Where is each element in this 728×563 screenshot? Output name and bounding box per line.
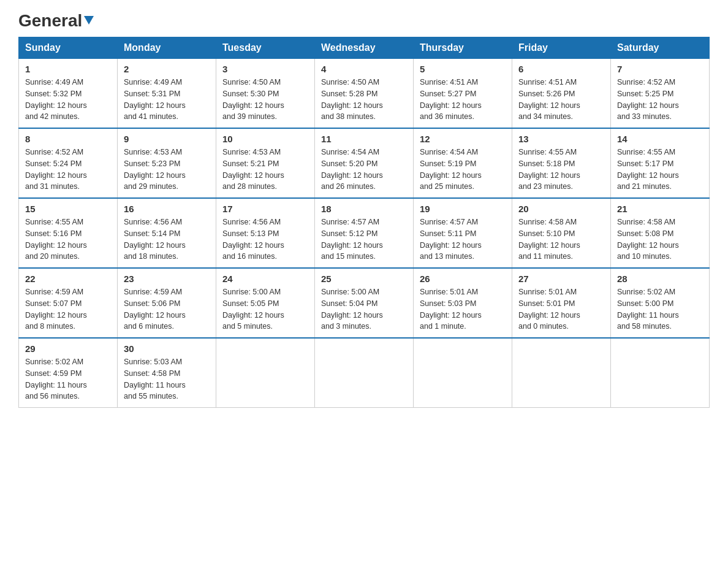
day-number: 10: [222, 134, 308, 144]
logo: General: [18, 12, 94, 31]
calendar-cell: [216, 338, 315, 408]
calendar-cell: 2Sunrise: 4:49 AMSunset: 5:31 PMDaylight…: [118, 59, 216, 129]
calendar-cell: 17Sunrise: 4:56 AMSunset: 5:13 PMDayligh…: [216, 198, 315, 268]
day-info: Sunrise: 4:55 AMSunset: 5:18 PMDaylight:…: [518, 147, 604, 193]
calendar-cell: 22Sunrise: 4:59 AMSunset: 5:07 PMDayligh…: [19, 268, 118, 338]
calendar-cell: 12Sunrise: 4:54 AMSunset: 5:19 PMDayligh…: [414, 128, 512, 198]
calendar-cell: 19Sunrise: 4:57 AMSunset: 5:11 PMDayligh…: [414, 198, 512, 268]
day-info: Sunrise: 5:02 AMSunset: 5:00 PMDaylight:…: [617, 286, 703, 332]
calendar-cell: 1Sunrise: 4:49 AMSunset: 5:32 PMDaylight…: [19, 59, 118, 129]
calendar-cell: 3Sunrise: 4:50 AMSunset: 5:30 PMDaylight…: [216, 59, 315, 129]
calendar-cell: 16Sunrise: 4:56 AMSunset: 5:14 PMDayligh…: [118, 198, 216, 268]
day-info: Sunrise: 4:58 AMSunset: 5:10 PMDaylight:…: [518, 216, 604, 262]
day-info: Sunrise: 4:56 AMSunset: 5:13 PMDaylight:…: [222, 216, 308, 262]
day-number: 20: [518, 204, 604, 214]
calendar-cell: 4Sunrise: 4:50 AMSunset: 5:28 PMDaylight…: [315, 59, 414, 129]
day-info: Sunrise: 4:54 AMSunset: 5:19 PMDaylight:…: [420, 147, 506, 193]
day-number: 25: [321, 274, 407, 284]
day-info: Sunrise: 4:58 AMSunset: 5:08 PMDaylight:…: [617, 216, 703, 262]
calendar-cell: 20Sunrise: 4:58 AMSunset: 5:10 PMDayligh…: [512, 198, 611, 268]
day-number: 16: [124, 204, 210, 214]
col-header-sunday: Sunday: [19, 37, 118, 59]
day-number: 23: [124, 274, 210, 284]
day-number: 11: [321, 134, 407, 144]
day-info: Sunrise: 5:03 AMSunset: 4:58 PMDaylight:…: [124, 356, 210, 402]
day-info: Sunrise: 5:01 AMSunset: 5:01 PMDaylight:…: [518, 286, 604, 332]
col-header-saturday: Saturday: [611, 37, 710, 59]
col-header-monday: Monday: [118, 37, 216, 59]
calendar-cell: 5Sunrise: 4:51 AMSunset: 5:27 PMDaylight…: [414, 59, 512, 129]
day-number: 6: [518, 64, 604, 74]
calendar-cell: 11Sunrise: 4:54 AMSunset: 5:20 PMDayligh…: [315, 128, 414, 198]
day-number: 4: [321, 64, 407, 74]
calendar-week-5: 29Sunrise: 5:02 AMSunset: 4:59 PMDayligh…: [19, 338, 710, 408]
day-info: Sunrise: 4:57 AMSunset: 5:12 PMDaylight:…: [321, 216, 407, 262]
day-info: Sunrise: 4:51 AMSunset: 5:27 PMDaylight:…: [420, 77, 506, 123]
day-info: Sunrise: 4:55 AMSunset: 5:17 PMDaylight:…: [617, 147, 703, 193]
calendar-cell: 13Sunrise: 4:55 AMSunset: 5:18 PMDayligh…: [512, 128, 611, 198]
day-number: 19: [420, 204, 506, 214]
calendar-cell: [414, 338, 512, 408]
day-info: Sunrise: 4:49 AMSunset: 5:32 PMDaylight:…: [25, 77, 111, 123]
calendar-cell: 10Sunrise: 4:53 AMSunset: 5:21 PMDayligh…: [216, 128, 315, 198]
day-number: 24: [222, 274, 308, 284]
calendar-week-3: 15Sunrise: 4:55 AMSunset: 5:16 PMDayligh…: [19, 198, 710, 268]
calendar-cell: [611, 338, 710, 408]
calendar-table: SundayMondayTuesdayWednesdayThursdayFrid…: [18, 37, 710, 408]
day-info: Sunrise: 4:53 AMSunset: 5:23 PMDaylight:…: [124, 147, 210, 193]
day-info: Sunrise: 4:50 AMSunset: 5:28 PMDaylight:…: [321, 77, 407, 123]
calendar-cell: 15Sunrise: 4:55 AMSunset: 5:16 PMDayligh…: [19, 198, 118, 268]
day-info: Sunrise: 4:51 AMSunset: 5:26 PMDaylight:…: [518, 77, 604, 123]
calendar-week-4: 22Sunrise: 4:59 AMSunset: 5:07 PMDayligh…: [19, 268, 710, 338]
day-info: Sunrise: 4:57 AMSunset: 5:11 PMDaylight:…: [420, 216, 506, 262]
day-info: Sunrise: 4:56 AMSunset: 5:14 PMDaylight:…: [124, 216, 210, 262]
day-info: Sunrise: 4:49 AMSunset: 5:31 PMDaylight:…: [124, 77, 210, 123]
day-info: Sunrise: 5:01 AMSunset: 5:03 PMDaylight:…: [420, 286, 506, 332]
calendar-cell: 26Sunrise: 5:01 AMSunset: 5:03 PMDayligh…: [414, 268, 512, 338]
calendar-cell: 30Sunrise: 5:03 AMSunset: 4:58 PMDayligh…: [118, 338, 216, 408]
day-number: 14: [617, 134, 703, 144]
day-number: 28: [617, 274, 703, 284]
calendar-cell: [315, 338, 414, 408]
day-info: Sunrise: 5:00 AMSunset: 5:05 PMDaylight:…: [222, 286, 308, 332]
calendar-cell: 7Sunrise: 4:52 AMSunset: 5:25 PMDaylight…: [611, 59, 710, 129]
day-number: 13: [518, 134, 604, 144]
page-header: General: [18, 12, 710, 31]
day-number: 30: [124, 343, 210, 354]
day-number: 21: [617, 204, 703, 214]
calendar-cell: 6Sunrise: 4:51 AMSunset: 5:26 PMDaylight…: [512, 59, 611, 129]
day-info: Sunrise: 5:00 AMSunset: 5:04 PMDaylight:…: [321, 286, 407, 332]
day-number: 5: [420, 64, 506, 74]
day-number: 26: [420, 274, 506, 284]
day-number: 2: [124, 64, 210, 74]
col-header-wednesday: Wednesday: [315, 37, 414, 59]
calendar-cell: 21Sunrise: 4:58 AMSunset: 5:08 PMDayligh…: [611, 198, 710, 268]
day-number: 1: [25, 64, 111, 74]
day-number: 8: [25, 134, 111, 144]
day-number: 17: [222, 204, 308, 214]
logo-line1: General: [18, 12, 94, 29]
header-row: SundayMondayTuesdayWednesdayThursdayFrid…: [19, 37, 710, 59]
day-number: 27: [518, 274, 604, 284]
day-number: 3: [222, 64, 308, 74]
calendar-week-1: 1Sunrise: 4:49 AMSunset: 5:32 PMDaylight…: [19, 59, 710, 129]
day-number: 18: [321, 204, 407, 214]
day-info: Sunrise: 4:50 AMSunset: 5:30 PMDaylight:…: [222, 77, 308, 123]
day-number: 29: [25, 343, 111, 354]
day-info: Sunrise: 5:02 AMSunset: 4:59 PMDaylight:…: [25, 356, 111, 402]
col-header-friday: Friday: [512, 37, 611, 59]
calendar-cell: 8Sunrise: 4:52 AMSunset: 5:24 PMDaylight…: [19, 128, 118, 198]
col-header-tuesday: Tuesday: [216, 37, 315, 59]
calendar-cell: 14Sunrise: 4:55 AMSunset: 5:17 PMDayligh…: [611, 128, 710, 198]
day-info: Sunrise: 4:52 AMSunset: 5:24 PMDaylight:…: [25, 147, 111, 193]
calendar-cell: [512, 338, 611, 408]
day-info: Sunrise: 4:59 AMSunset: 5:06 PMDaylight:…: [124, 286, 210, 332]
day-info: Sunrise: 4:55 AMSunset: 5:16 PMDaylight:…: [25, 216, 111, 262]
col-header-thursday: Thursday: [414, 37, 512, 59]
calendar-cell: 18Sunrise: 4:57 AMSunset: 5:12 PMDayligh…: [315, 198, 414, 268]
calendar-cell: 9Sunrise: 4:53 AMSunset: 5:23 PMDaylight…: [118, 128, 216, 198]
day-number: 22: [25, 274, 111, 284]
calendar-cell: 28Sunrise: 5:02 AMSunset: 5:00 PMDayligh…: [611, 268, 710, 338]
calendar-cell: 27Sunrise: 5:01 AMSunset: 5:01 PMDayligh…: [512, 268, 611, 338]
day-number: 7: [617, 64, 703, 74]
